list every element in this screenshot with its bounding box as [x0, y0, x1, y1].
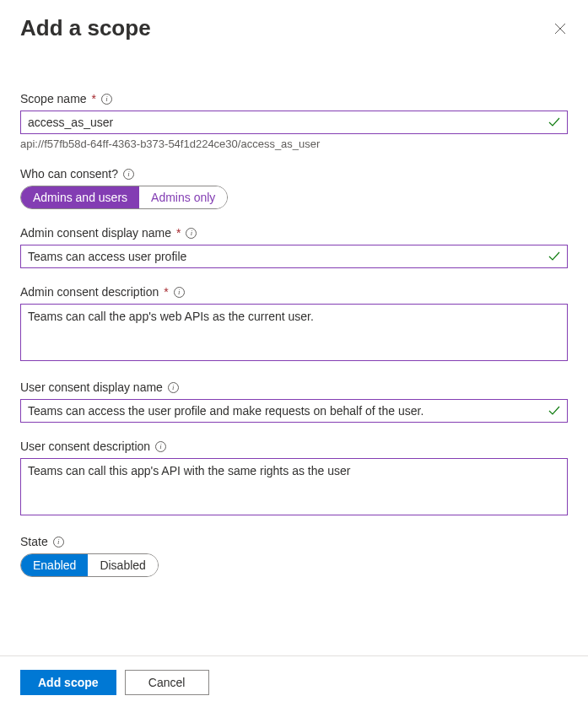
user-desc-label: User consent description i — [20, 440, 568, 453]
required-asterisk: * — [92, 92, 96, 105]
form-body: Scope name * i api://f57fb58d-64ff-4363-… — [20, 92, 568, 655]
state-label: State i — [20, 535, 568, 548]
label-text: User consent description — [20, 440, 150, 453]
label-text: Who can consent? — [20, 167, 118, 181]
close-icon — [554, 23, 566, 37]
field-admin-display-name: Admin consent display name * i — [20, 226, 568, 268]
state-enabled[interactable]: Enabled — [21, 554, 88, 576]
panel-footer: Add scope Cancel — [0, 655, 588, 712]
scope-name-label: Scope name * i — [20, 92, 568, 105]
state-toggle-group: Enabled Disabled — [20, 553, 159, 577]
info-icon[interactable]: i — [168, 382, 179, 393]
field-scope-name: Scope name * i api://f57fb58d-64ff-4363-… — [20, 92, 568, 150]
required-asterisk: * — [176, 226, 181, 240]
panel-header: Add a scope — [20, 15, 568, 41]
admin-desc-label: Admin consent description * i — [20, 285, 568, 299]
field-user-description: User consent description i — [20, 440, 568, 518]
info-icon[interactable]: i — [53, 537, 64, 547]
consent-admins-only[interactable]: Admins only — [139, 186, 227, 208]
admin-desc-textarea[interactable] — [20, 304, 568, 361]
label-text: Admin consent display name — [20, 226, 171, 240]
input-wrap — [20, 399, 568, 423]
panel-title: Add a scope — [20, 15, 151, 41]
who-consent-label: Who can consent? i — [20, 167, 568, 181]
field-admin-description: Admin consent description * i — [20, 285, 568, 364]
user-desc-textarea[interactable] — [20, 458, 568, 515]
cancel-button[interactable]: Cancel — [125, 670, 209, 695]
add-scope-panel: Add a scope Scope name * i api://f57fb58… — [0, 0, 588, 712]
label-text: Admin consent description — [20, 285, 159, 299]
scope-uri-helper: api://f57fb58d-64ff-4363-b373-54f1d224ce… — [20, 138, 568, 150]
field-user-display-name: User consent display name i — [20, 380, 568, 423]
label-text: User consent display name — [20, 380, 163, 394]
info-icon[interactable]: i — [101, 94, 112, 105]
close-button[interactable] — [553, 22, 568, 37]
label-text: State — [20, 535, 48, 548]
input-wrap — [20, 111, 568, 134]
consent-toggle-group: Admins and users Admins only — [20, 186, 228, 209]
field-state: State i Enabled Disabled — [20, 535, 568, 577]
consent-admins-users[interactable]: Admins and users — [21, 186, 139, 208]
user-display-input[interactable] — [20, 399, 568, 423]
info-icon[interactable]: i — [123, 169, 134, 180]
admin-display-input[interactable] — [20, 245, 568, 268]
info-icon[interactable]: i — [174, 287, 185, 298]
checkmark-icon — [548, 116, 561, 129]
add-scope-button[interactable]: Add scope — [20, 670, 116, 695]
checkmark-icon — [548, 404, 561, 418]
user-display-label: User consent display name i — [20, 380, 568, 394]
info-icon[interactable]: i — [186, 228, 197, 239]
state-disabled[interactable]: Disabled — [88, 554, 157, 576]
scope-name-input[interactable] — [20, 111, 568, 134]
admin-display-label: Admin consent display name * i — [20, 226, 568, 240]
info-icon[interactable]: i — [155, 441, 166, 452]
label-text: Scope name — [20, 92, 87, 105]
input-wrap — [20, 245, 568, 268]
field-who-consent: Who can consent? i Admins and users Admi… — [20, 167, 568, 209]
checkmark-icon — [548, 250, 561, 263]
required-asterisk: * — [164, 285, 168, 299]
